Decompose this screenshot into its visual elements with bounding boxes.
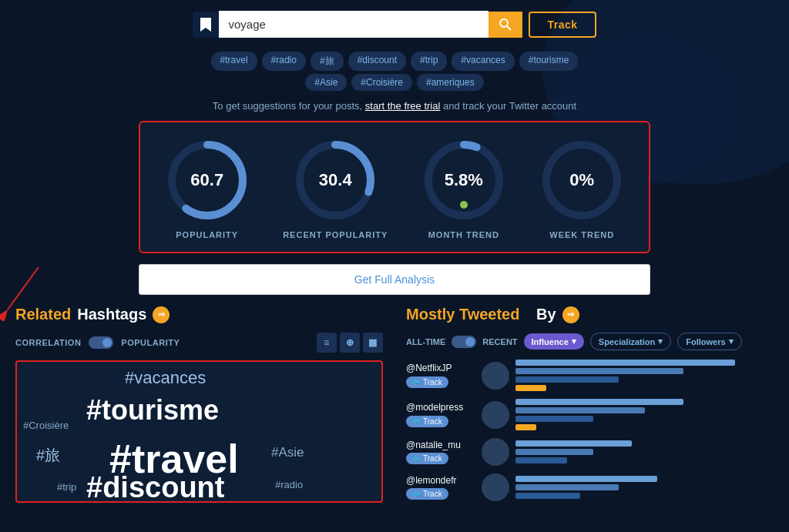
hashtag-suggestions-row2: #Asie #Croisière #ameriques xyxy=(0,74,789,94)
bar xyxy=(515,484,619,490)
share-icon-right[interactable]: ⇒ xyxy=(562,306,579,323)
user-row-modelpress: @modelpress 🐦 Track xyxy=(406,399,774,430)
list-view-icon[interactable]: ≡ xyxy=(317,333,337,353)
tweeted-filter-row: ALL-TIME RECENT Influence ▾ Specializati… xyxy=(406,333,774,350)
bar xyxy=(515,399,683,405)
grid-view-icon[interactable]: ▦ xyxy=(363,333,383,353)
free-trial-link[interactable]: start the free trial xyxy=(365,100,441,112)
word-kanji[interactable]: #旅 xyxy=(36,445,60,466)
avatar-lemondefr xyxy=(482,473,509,501)
username-natalie-mu: @natalie_mu xyxy=(406,440,475,450)
filter-row-left: CORRELATION POPULARITY ≡ ⊕ ▦ xyxy=(15,333,383,353)
svg-point-0 xyxy=(500,19,508,27)
user-row-natalie-mu: @natalie_mu 🐦 Track xyxy=(406,438,774,466)
word-tourisme[interactable]: #tourisme xyxy=(86,394,219,427)
popularity-value: 60.7 xyxy=(190,170,223,190)
analysis-btn-wrap: Get Full Analysis xyxy=(139,264,650,295)
followers-filter[interactable]: Followers ▾ xyxy=(677,333,741,350)
track-button[interactable]: Track xyxy=(529,12,596,38)
username-netflixjp: @NetflixJP xyxy=(406,363,475,373)
hashtag-pill[interactable]: #discount xyxy=(348,52,406,71)
user-row-netflixjp: @NetflixJP 🐦 Track xyxy=(406,360,774,391)
all-time-label: ALL-TIME xyxy=(406,337,445,346)
stat-week-trend: 0% WEEK TREND xyxy=(539,138,624,239)
popularity-filter-label: POPULARITY xyxy=(121,338,180,347)
bar xyxy=(515,457,567,463)
bar xyxy=(515,385,546,391)
bars-lemondefr xyxy=(515,476,774,499)
stat-month-trend: 5.8% MONTH TREND xyxy=(421,138,506,239)
hashtag-pill[interactable]: #vacances xyxy=(452,52,514,71)
cluster-view-icon[interactable]: ⊕ xyxy=(340,333,360,353)
related-hashtags-title: Related Hashtags ⇒ xyxy=(15,306,383,323)
bar xyxy=(515,493,580,499)
arrow-annotation-right xyxy=(774,144,789,206)
word-vacances[interactable]: #vacances xyxy=(125,368,206,388)
bookmark-icon xyxy=(193,12,219,38)
bar xyxy=(515,360,735,366)
avatar-modelpress xyxy=(482,401,509,429)
recent-popularity-label: RECENT POPULARITY xyxy=(283,230,388,239)
track-tag-natalie-mu[interactable]: 🐦 Track xyxy=(406,453,448,464)
hashtag-pill[interactable]: #Asie xyxy=(305,74,347,91)
arrow-annotation-left xyxy=(0,259,54,321)
bar xyxy=(515,368,683,374)
user-row-lemondefr: @lemondefr 🐦 Track xyxy=(406,473,774,501)
track-tag-modelpress[interactable]: 🐦 Track xyxy=(406,416,448,427)
word-discount[interactable]: #discount xyxy=(86,471,224,503)
correlation-label: CORRELATION xyxy=(15,338,81,347)
bar xyxy=(515,376,619,383)
bar xyxy=(515,449,593,455)
specialization-filter[interactable]: Specialization ▾ xyxy=(590,333,671,350)
hashtag-pill[interactable]: #Croisière xyxy=(351,74,412,91)
word-cloud: #vacances #tourisme #Croisière #旅 #trave… xyxy=(15,360,383,503)
stat-recent-popularity: 30.4 RECENT POPULARITY xyxy=(283,138,388,239)
share-icon-left[interactable]: ⇒ xyxy=(153,306,170,323)
word-asie[interactable]: #Asie xyxy=(271,445,304,460)
bar xyxy=(515,476,657,482)
bars-modelpress xyxy=(515,399,774,430)
search-area: Track xyxy=(0,0,789,45)
hashtag-suggestions: #travel #radio #旅 #discount #trip #vacan… xyxy=(0,45,789,74)
stat-popularity: 60.7 POPULARITY xyxy=(165,138,250,239)
word-trip[interactable]: #trip xyxy=(57,481,76,493)
month-trend-label: MONTH TREND xyxy=(428,230,499,239)
suggestion-text: To get suggestions for your posts, start… xyxy=(0,94,789,121)
track-tag-netflixjp[interactable]: 🐦 Track xyxy=(406,376,448,388)
correlation-toggle[interactable] xyxy=(89,336,113,349)
svg-line-1 xyxy=(507,26,511,30)
avatar-natalie-mu xyxy=(482,438,509,466)
mostly-tweeted-section: Mostly Tweeted By ⇒ ALL-TIME RECENT Infl… xyxy=(398,306,774,509)
week-trend-label: WEEK TREND xyxy=(549,230,614,239)
search-input[interactable] xyxy=(219,11,489,38)
avatar-netflixjp xyxy=(482,362,509,390)
related-hashtags-section: Related Hashtags ⇒ CORRELATION POPULARIT… xyxy=(15,306,398,509)
influence-filter[interactable]: Influence ▾ xyxy=(524,333,584,350)
bar xyxy=(515,440,632,447)
recent-popularity-value: 30.4 xyxy=(319,170,352,190)
popularity-label: POPULARITY xyxy=(176,230,238,239)
bars-netflixjp xyxy=(515,360,774,391)
hashtag-pill[interactable]: #tourisme xyxy=(519,52,579,71)
stats-container: 60.7 POPULARITY 30.4 RECENT POPULARITY xyxy=(139,121,650,253)
track-tag-lemondefr[interactable]: 🐦 Track xyxy=(406,488,448,500)
all-time-toggle[interactable] xyxy=(452,336,476,348)
word-radio[interactable]: #radio xyxy=(275,479,303,490)
bar xyxy=(515,416,593,422)
month-trend-value: 5.8% xyxy=(445,170,483,190)
svg-line-12 xyxy=(8,267,39,309)
bar xyxy=(515,407,645,413)
hashtag-pill[interactable]: #travel xyxy=(211,52,257,71)
mostly-tweeted-title: Mostly Tweeted By ⇒ xyxy=(406,306,774,323)
hashtag-pill[interactable]: #ameriques xyxy=(417,74,484,91)
analysis-button[interactable]: Get Full Analysis xyxy=(139,264,650,295)
username-modelpress: @modelpress xyxy=(406,402,475,413)
hashtag-pill[interactable]: #trip xyxy=(411,52,447,71)
hashtag-pill[interactable]: #radio xyxy=(262,52,306,71)
bars-natalie-mu xyxy=(515,440,774,463)
word-croisiere[interactable]: #Croisière xyxy=(23,420,69,431)
recent-label: RECENT xyxy=(482,337,517,346)
search-button[interactable] xyxy=(489,12,522,38)
username-lemondefr: @lemondefr xyxy=(406,475,475,486)
hashtag-pill[interactable]: #旅 xyxy=(311,52,344,71)
